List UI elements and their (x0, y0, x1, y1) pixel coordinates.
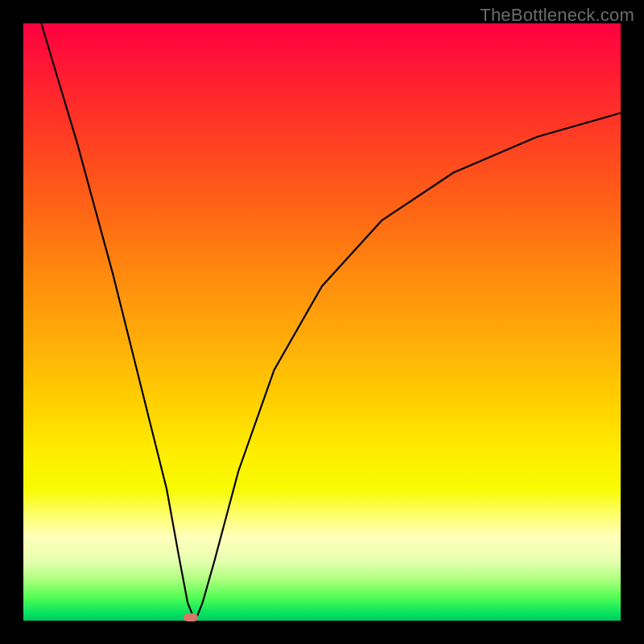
chart-frame: TheBottleneck.com (0, 0, 644, 644)
chart-line (23, 23, 621, 621)
watermark-text: TheBottleneck.com (480, 5, 634, 26)
chart-plot-area (23, 23, 621, 621)
optimal-point-marker (184, 613, 198, 621)
bottleneck-curve (41, 23, 621, 617)
